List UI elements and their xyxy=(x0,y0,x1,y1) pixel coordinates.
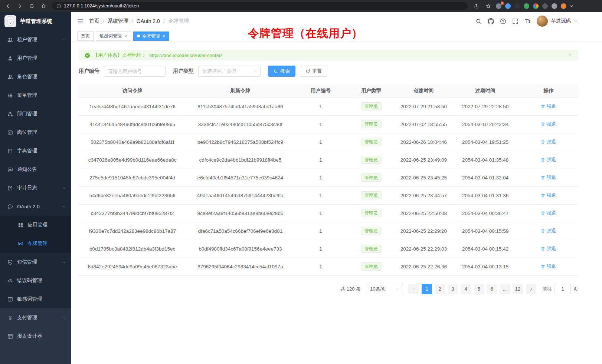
user-id-input[interactable] xyxy=(104,66,166,77)
extension-blue-icon[interactable] xyxy=(505,3,511,9)
sidebar-item[interactable]: 支付管理 xyxy=(0,308,71,327)
user-type-badge: 管理员 xyxy=(361,102,382,110)
share-icon[interactable] xyxy=(471,1,481,10)
sidebar-item[interactable]: 岗位管理 xyxy=(0,123,71,142)
page-12-button[interactable]: 12 xyxy=(513,284,523,294)
page-size-select[interactable]: 10条/页 xyxy=(367,284,403,294)
more-pages-button[interactable]: ... xyxy=(500,284,510,294)
sidebar-subitem[interactable]: 令牌管理 xyxy=(0,234,71,253)
sidebar-item[interactable]: 敏感词管理 xyxy=(0,290,71,308)
search-button-label: 搜索 xyxy=(280,68,290,75)
alert-close-icon[interactable] xyxy=(568,53,572,57)
tab[interactable]: 令牌管理× xyxy=(133,32,169,41)
refresh-token-cell: b0df4980ffd34c67a08f9156e4eee733 xyxy=(186,240,294,258)
page-6-button[interactable]: 6 xyxy=(487,284,497,294)
url-bar[interactable]: 127.0.0.1:1024/system/oauth2/token xyxy=(52,2,468,10)
sidebar-item[interactable]: 用户管理 xyxy=(0,49,71,67)
page-1-button[interactable]: 1 xyxy=(422,284,432,294)
sidebar-item[interactable]: 字典管理 xyxy=(0,142,71,160)
extension-gray-icon[interactable] xyxy=(542,3,548,9)
delete-icon xyxy=(541,122,545,126)
page-5-button[interactable]: 5 xyxy=(474,284,484,294)
force-logout-button[interactable]: 强退 xyxy=(541,139,556,145)
sidebar-item[interactable]: 部门管理 xyxy=(0,105,71,123)
sidebar-item[interactable]: 租户管理 xyxy=(0,30,71,49)
column-header: 操作 xyxy=(519,84,578,97)
user-type-badge: 管理员 xyxy=(361,245,382,253)
breadcrumb-item[interactable]: 首页 xyxy=(89,18,99,24)
refresh-token-cell: 8796295f04064c2983414cc54af1097a xyxy=(186,258,294,275)
tab[interactable]: 首页 xyxy=(77,32,94,41)
sidebar-item[interactable]: 报表设计器 xyxy=(0,327,71,345)
sidebar-item-label: 报表设计器 xyxy=(17,333,66,340)
sidebar-item[interactable]: OAuth 2.0 xyxy=(0,197,71,216)
tab-close-icon[interactable]: × xyxy=(163,34,166,39)
force-logout-label: 强退 xyxy=(546,156,556,163)
search-icon[interactable] xyxy=(475,18,482,24)
fullscreen-icon[interactable] xyxy=(512,18,518,24)
force-logout-button[interactable]: 强退 xyxy=(541,245,556,252)
force-logout-button[interactable]: 强退 xyxy=(541,156,556,163)
doc-link[interactable]: https://doc.iocoder.cn/user-center/ xyxy=(149,53,222,58)
user-type-badge: 管理员 xyxy=(361,120,382,128)
breadcrumb: 首页/系统管理/OAuth 2.0/令牌管理 xyxy=(89,18,470,24)
tab[interactable]: 敏感词管理× xyxy=(96,32,131,41)
sidebar-item-label: 支付管理 xyxy=(17,314,58,321)
force-logout-button[interactable]: 强退 xyxy=(541,228,556,234)
tab-label: 敏感词管理 xyxy=(99,33,122,39)
sidebar-item[interactable]: 错误码管理 xyxy=(0,271,71,290)
prev-page-button[interactable] xyxy=(408,284,419,294)
page-4-button[interactable]: 4 xyxy=(461,284,471,294)
create-time-cell: 2022-06-26 18:04:46 xyxy=(395,133,452,151)
sidebar-item[interactable]: 菜单管理 xyxy=(0,86,71,105)
access-token-cell: 6d842e2924594de9a09e45e087323abe xyxy=(79,258,186,275)
force-logout-button[interactable]: 强退 xyxy=(541,174,556,181)
reset-button[interactable]: 重置 xyxy=(300,66,327,77)
home-icon[interactable] xyxy=(39,1,48,10)
forward-icon[interactable] xyxy=(15,1,24,10)
breadcrumb-item[interactable]: OAuth 2.0 xyxy=(137,18,160,24)
sidebar-subitem[interactable]: 应用管理 xyxy=(0,216,71,234)
page-3-button[interactable]: 3 xyxy=(448,284,458,294)
tab-close-icon[interactable]: × xyxy=(124,34,127,39)
reload-icon[interactable] xyxy=(27,1,36,10)
page-2-button[interactable]: 2 xyxy=(435,284,445,294)
access-token-cell: 275e5de9151045fe87cbdc395e004f4d xyxy=(79,169,186,186)
browser-profile-caret-icon[interactable] xyxy=(566,1,576,10)
user-menu[interactable]: 芋道源码 xyxy=(537,16,578,27)
sidebar-item[interactable]: 短信管理 xyxy=(0,253,71,271)
sidebar-collapse-icon[interactable] xyxy=(77,18,84,24)
force-logout-button[interactable]: 强退 xyxy=(541,210,556,216)
sidebar-item[interactable]: 角色管理 xyxy=(0,67,71,86)
profile-avatar-icon[interactable] xyxy=(561,3,566,9)
refresh-token-cell: 49d1aa46d1454fbd87591444423be9fa xyxy=(186,186,294,204)
sidebar-toggle-extension-icon[interactable] xyxy=(552,3,557,9)
search-button[interactable]: 搜索 xyxy=(268,66,295,77)
user-type-select[interactable]: 请选择用户类型 xyxy=(198,66,261,77)
sidebar-menu: 租户管理用户管理角色管理菜单管理部门管理岗位管理字典管理通知公告审计日志OAut… xyxy=(0,30,71,364)
user-type-filter: 用户类型 请选择用户类型 xyxy=(173,66,261,77)
expire-time-cell: 2054-03-04 01:35:48 xyxy=(452,151,518,169)
force-logout-button[interactable]: 强退 xyxy=(541,192,556,199)
extension-dark-icon[interactable] xyxy=(514,3,520,9)
sidebar-item[interactable]: 审计日志 xyxy=(0,179,71,197)
back-icon[interactable] xyxy=(3,1,13,10)
extension-green-icon[interactable] xyxy=(524,3,529,9)
next-page-button[interactable] xyxy=(526,284,536,294)
force-logout-button[interactable]: 强退 xyxy=(541,103,556,110)
goto-page-input[interactable] xyxy=(554,284,571,294)
site-info-icon[interactable] xyxy=(56,4,61,9)
app-logo[interactable]: 芋道管理系统 xyxy=(0,12,71,30)
extension-rainbow-icon[interactable] xyxy=(533,3,539,9)
sidebar-item[interactable]: 通知公告 xyxy=(0,160,71,179)
extension-puzzle-icon[interactable]: 6 xyxy=(496,3,501,9)
help-icon[interactable] xyxy=(500,18,506,24)
breadcrumb-item[interactable]: 系统管理 xyxy=(108,18,128,24)
logo-avatar xyxy=(4,15,16,27)
font-size-icon[interactable] xyxy=(524,18,531,24)
force-logout-button[interactable]: 强退 xyxy=(541,263,556,270)
github-icon[interactable] xyxy=(488,18,494,24)
user-type-badge: 管理员 xyxy=(361,156,382,164)
force-logout-button[interactable]: 强退 xyxy=(541,121,556,128)
bookmark-star-icon[interactable] xyxy=(483,1,493,10)
